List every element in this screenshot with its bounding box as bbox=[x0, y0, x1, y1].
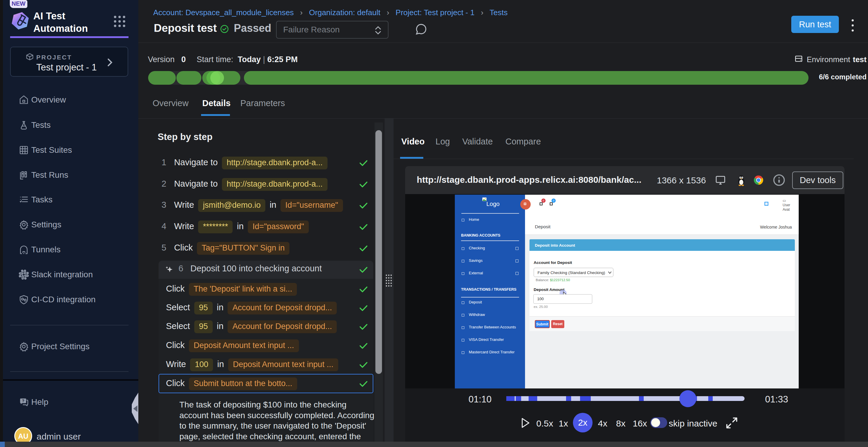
svg-text:?: ? bbox=[22, 399, 24, 403]
